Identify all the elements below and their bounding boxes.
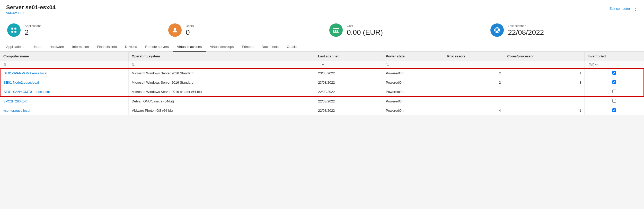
filter-power-state: ⇅ — [383, 61, 444, 69]
computer-name-link[interactable]: SE01-SANMGMT01.euse.local — [4, 90, 50, 94]
filter-computer-name: ⇅ — [0, 61, 129, 69]
table-row[interactable]: SE01-Node2.euse.localMicrosoft Windows S… — [0, 78, 644, 87]
inventoried-cell[interactable] — [585, 106, 644, 115]
col-operating-system: Operating system — [129, 52, 315, 61]
header-right: Edit computer ⋮ — [610, 6, 638, 11]
tab-remote_servers[interactable]: Remote servers — [141, 42, 173, 52]
tab-oracle[interactable]: Oracle — [283, 42, 301, 52]
table-row[interactable]: vcenter.euse.localVMware Photon OS (64-b… — [0, 106, 644, 115]
filter-cores: = — [504, 61, 585, 69]
tab-documents[interactable]: Documents — [258, 42, 283, 52]
filter-row: ⇅ ⇅ =≥≤ ⇅ = = (All)YesNo — [0, 61, 644, 69]
computer-name-link[interactable]: SPC2IT280K5K — [3, 99, 27, 103]
filter-last-scanned[interactable]: =≥≤ — [315, 61, 383, 69]
computer-name-link[interactable]: SE01-Node2.euse.local — [4, 81, 39, 84]
computer-name-link[interactable]: SE01-3PARMGMT.euse.local — [4, 71, 47, 75]
tab-users[interactable]: Users — [28, 42, 45, 52]
svg-rect-3 — [14, 31, 16, 33]
col-computer-name: Computer name — [0, 52, 129, 61]
inventoried-checkbox[interactable] — [612, 99, 616, 103]
users-icon — [168, 23, 182, 37]
svg-point-12 — [497, 30, 498, 31]
os-cell: Microsoft Windows Server 2016 Standard — [129, 68, 315, 78]
svg-rect-6 — [333, 30, 334, 32]
stats-bar: Applications 2 Users 0 Cost — [0, 18, 644, 42]
inventoried-cell[interactable] — [585, 68, 644, 78]
server-name: Server se01-esx04 — [6, 4, 56, 11]
cores-cell — [504, 97, 585, 106]
svg-rect-1 — [14, 28, 16, 30]
tab-hardware[interactable]: Hardware — [45, 42, 68, 52]
inventoried-checkbox[interactable] — [612, 71, 616, 75]
tab-applications[interactable]: Applications — [2, 42, 28, 52]
table-row[interactable]: SE01-SANMGMT01.euse.localMicrosoft Windo… — [0, 87, 644, 97]
svg-rect-2 — [11, 31, 13, 33]
inventoried-cell[interactable] — [585, 87, 644, 97]
table-container: Computer name Operating system Last scan… — [0, 52, 644, 115]
cores-cell — [504, 87, 585, 97]
os-cell: Debian GNU/Linux 9 (64-bit) — [129, 97, 315, 106]
computer-name-cell[interactable]: SE01-Node2.euse.local — [0, 78, 129, 87]
stat-content-applications: Applications 2 — [25, 24, 41, 36]
power-state-cell: PoweredOn — [383, 87, 444, 97]
computer-name-cell[interactable]: SE01-3PARMGMT.euse.local — [0, 68, 129, 78]
tab-financial_info[interactable]: Financial info — [93, 42, 121, 52]
applications-label: Applications — [25, 24, 41, 28]
inventoried-cell[interactable] — [585, 97, 644, 106]
table-row[interactable]: SPC2IT280K5KDebian GNU/Linux 9 (64-bit)2… — [0, 97, 644, 106]
last-scanned-cell: 22/08/2022 — [315, 106, 383, 115]
col-processors: Processors — [444, 52, 504, 61]
col-cores-per-processor: Cores/processor — [504, 52, 585, 61]
filter-os: ⇅ — [129, 61, 315, 69]
stat-card-cost[interactable]: Cost 0.00 (EUR) — [322, 18, 483, 42]
svg-rect-8 — [337, 30, 338, 32]
processors-cell: 2 — [444, 78, 504, 87]
processors-cell — [444, 97, 504, 106]
inventoried-header: Inventoried — [588, 54, 641, 58]
cores-cell: 1 — [504, 68, 585, 78]
computer-name-cell[interactable]: vcenter.euse.local — [0, 106, 129, 115]
table-row[interactable]: SE01-3PARMGMT.euse.localMicrosoft Window… — [0, 68, 644, 78]
svg-rect-9 — [333, 32, 339, 33]
power-state-cell: PoweredOff — [383, 97, 444, 106]
last-scanned-filter-select[interactable]: =≥≤ — [318, 63, 325, 67]
sort-icon-proc: = — [447, 63, 449, 67]
more-options-button[interactable]: ⋮ — [633, 6, 638, 11]
inventoried-checkbox[interactable] — [612, 80, 616, 84]
stat-card-applications[interactable]: Applications 2 — [0, 18, 161, 42]
power-state-cell: PoweredOn — [383, 78, 444, 87]
filter-processors: = — [444, 61, 504, 69]
stat-card-last-scanned[interactable]: Last scanned 22/08/2022 — [483, 18, 644, 42]
sort-icon-power: ⇅ — [386, 63, 389, 67]
computer-name-cell[interactable]: SE01-SANMGMT01.euse.local — [0, 87, 129, 97]
inventoried-checkbox[interactable] — [612, 90, 616, 93]
last-scanned-cell: 22/08/2022 — [315, 97, 383, 106]
inventoried-checkbox[interactable] — [612, 108, 616, 112]
tab-printers[interactable]: Printers — [238, 42, 258, 52]
os-cell: Microsoft Windows Server 2016 Standard — [129, 78, 315, 87]
computer-name-link[interactable]: vcenter.euse.local — [3, 109, 30, 112]
col-last-scanned: Last scanned — [315, 52, 383, 61]
filter-inventoried[interactable]: (All)YesNo — [585, 61, 644, 69]
last-scanned-label: Last scanned — [508, 24, 544, 28]
col-inventoried: Inventoried — [585, 52, 644, 61]
last-scanned-cell: 23/08/2022 — [315, 68, 383, 78]
tabs-bar: ApplicationsUsersHardwareInformationFina… — [0, 42, 644, 52]
cost-value: 0.00 (EUR) — [347, 29, 383, 36]
computer-name-cell[interactable]: SPC2IT280K5K — [0, 97, 129, 106]
inventoried-filter-select[interactable]: (All)YesNo — [588, 63, 598, 67]
applications-icon — [7, 23, 21, 37]
tab-virtual_desktops[interactable]: Virtual desktops — [206, 42, 238, 52]
stat-card-users[interactable]: Users 0 — [161, 18, 322, 42]
sort-icon: ⇅ — [3, 63, 6, 67]
edit-computer-button[interactable]: Edit computer — [610, 7, 630, 11]
table-header-row: Computer name Operating system Last scan… — [0, 52, 644, 61]
tab-information[interactable]: Information — [68, 42, 93, 52]
svg-point-4 — [174, 28, 176, 30]
inventoried-cell[interactable] — [585, 78, 644, 87]
processors-cell — [444, 87, 504, 97]
stat-content-users: Users 0 — [186, 24, 194, 36]
tab-virtual_machines[interactable]: Virtual machines — [173, 42, 206, 52]
last-scanned-value: 22/08/2022 — [508, 29, 544, 36]
tab-devices[interactable]: Devices — [121, 42, 141, 52]
